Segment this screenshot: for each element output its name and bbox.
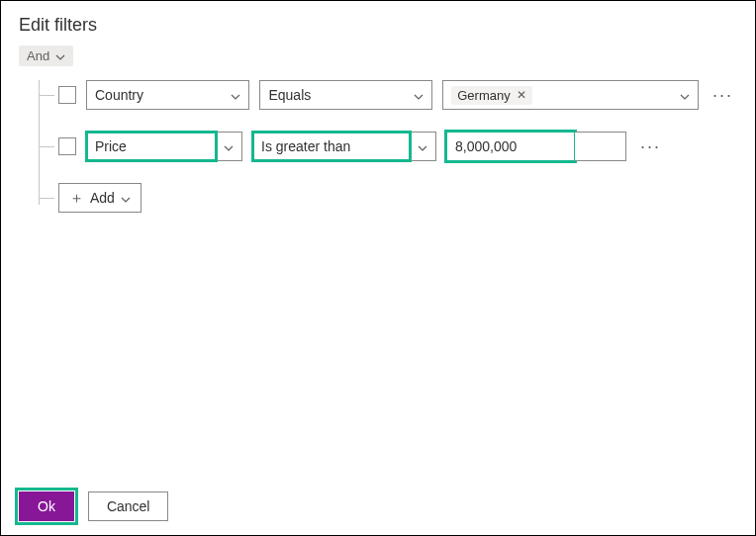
chevron-down-icon [121, 190, 131, 206]
operator-label: Is greater than [261, 138, 350, 154]
operator-label: Equals [268, 87, 311, 103]
row-checkbox[interactable] [58, 86, 76, 104]
value-text: 8,000,000 [455, 138, 517, 154]
filter-row: Price Is greater than 8,000,000 [25, 132, 737, 161]
plus-icon: ＋ [69, 189, 84, 208]
value-dropdown[interactable]: Germany ✕ [442, 80, 699, 110]
filter-tree: Country Equals Germany ✕ [25, 80, 737, 213]
chevron-down-icon [231, 87, 240, 103]
add-label: Add [90, 190, 115, 206]
chevron-down-icon [216, 138, 241, 154]
add-filter-button[interactable]: ＋ Add [58, 183, 142, 213]
chevron-down-icon [414, 87, 424, 103]
chevron-down-icon [680, 87, 690, 103]
row-more-icon[interactable]: ··· [636, 136, 665, 157]
group-operator-dropdown[interactable]: And [19, 45, 73, 66]
group-operator-label: And [27, 48, 49, 63]
field-dropdown[interactable]: Country [86, 80, 249, 110]
value-input[interactable]: 8,000,000 [446, 132, 575, 161]
operator-dropdown[interactable]: Equals [259, 80, 432, 110]
operator-dropdown[interactable]: Is greater than [252, 132, 436, 161]
field-label: Price [95, 138, 127, 154]
filter-row: Country Equals Germany ✕ [25, 80, 737, 110]
row-more-icon[interactable]: ··· [709, 85, 737, 106]
field-label: Country [95, 87, 143, 103]
value-input-extra[interactable] [575, 132, 626, 161]
value-chip-label: Germany [457, 88, 510, 103]
chevron-down-icon [55, 48, 65, 63]
chevron-down-icon [410, 138, 435, 154]
dialog-footer: Ok Cancel [19, 491, 168, 521]
field-dropdown[interactable]: Price [86, 132, 242, 161]
row-checkbox[interactable] [58, 137, 76, 155]
edit-filters-dialog: Edit filters And Country Equals [0, 0, 756, 536]
ok-button[interactable]: Ok [19, 491, 74, 521]
cancel-button[interactable]: Cancel [88, 491, 169, 521]
remove-chip-icon[interactable]: ✕ [517, 88, 526, 102]
dialog-title: Edit filters [19, 15, 737, 36]
value-chip: Germany ✕ [451, 86, 531, 105]
add-row: ＋ Add [25, 183, 737, 213]
